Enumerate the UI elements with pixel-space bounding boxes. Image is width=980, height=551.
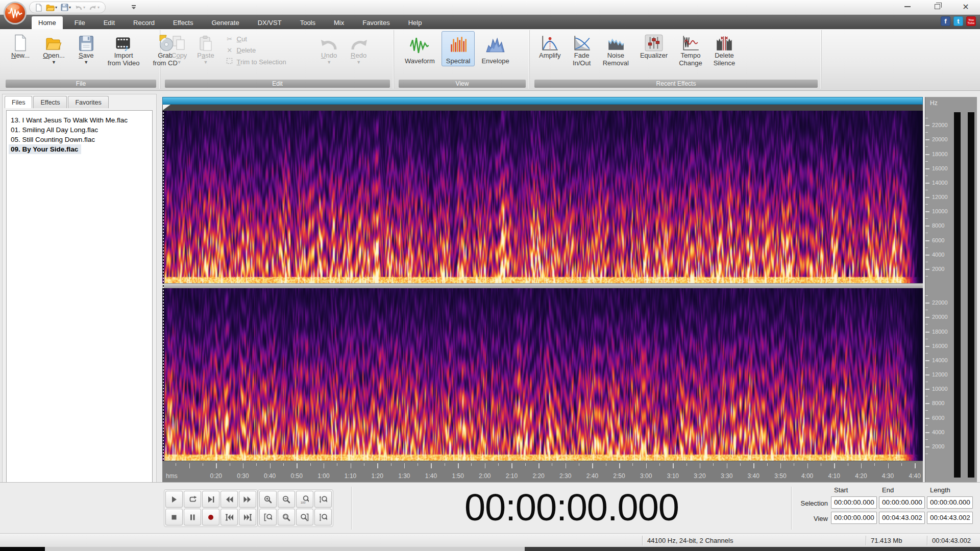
youtube-icon[interactable]: YouTube bbox=[966, 16, 976, 26]
stop-button[interactable] bbox=[165, 509, 183, 525]
selection-start-field[interactable]: 00:00:00.000 bbox=[831, 496, 877, 509]
copy-dropdown-icon[interactable]: ▼ bbox=[177, 60, 182, 65]
tab-favorites[interactable]: Favorites bbox=[356, 16, 396, 29]
tab-mix[interactable]: Mix bbox=[327, 16, 351, 29]
record-button[interactable] bbox=[202, 509, 219, 525]
view-start-field[interactable]: 00:00:00.000 bbox=[831, 512, 877, 524]
paste-button[interactable]: Paste ▼ bbox=[194, 31, 217, 66]
file-list[interactable]: 13. I Want Jesus To Walk With Me.flac 01… bbox=[6, 110, 153, 509]
file-list-item[interactable]: 05. Still Counting Down.flac bbox=[9, 135, 150, 144]
zoom-100-button[interactable]: 100 bbox=[296, 491, 313, 508]
undo-button[interactable]: ▾ bbox=[74, 4, 86, 12]
envelope-view-button[interactable]: Envelope bbox=[477, 31, 513, 66]
save-button[interactable]: ▾ bbox=[60, 3, 72, 12]
timeline-tick-label: 1:00 bbox=[317, 472, 329, 480]
tab-files[interactable]: Files bbox=[5, 96, 32, 108]
import-from-video-button[interactable]: ♪ Import from Video bbox=[105, 31, 143, 68]
tab-record[interactable]: Record bbox=[127, 16, 161, 29]
fast-forward-button[interactable] bbox=[239, 491, 256, 508]
redo-button[interactable]: ▾ bbox=[88, 4, 101, 12]
zoom-in-button[interactable] bbox=[259, 491, 277, 508]
frequency-tick bbox=[925, 240, 929, 241]
tab-edit[interactable]: Edit bbox=[97, 16, 121, 29]
new-document-button[interactable] bbox=[34, 3, 43, 12]
selection-length-field[interactable]: 00:00:00.000 bbox=[927, 496, 973, 509]
channel-divider[interactable] bbox=[162, 283, 923, 288]
waveform-view-button[interactable]: Waveform bbox=[400, 31, 439, 66]
amplify-button[interactable]: Amplify bbox=[536, 31, 564, 60]
frequency-tick bbox=[925, 190, 928, 190]
go-to-start-button[interactable] bbox=[220, 509, 238, 525]
tab-home[interactable]: Home bbox=[32, 16, 63, 29]
copy-button[interactable]: Copy ▼ bbox=[168, 31, 190, 66]
facebook-icon[interactable]: f bbox=[941, 16, 950, 26]
zoom-vertical-out-button[interactable] bbox=[314, 509, 332, 525]
tab-help[interactable]: Help bbox=[402, 16, 429, 29]
minimize-button[interactable] bbox=[896, 0, 919, 13]
zoom-selection-start-button[interactable] bbox=[259, 509, 277, 525]
delete-silence-button[interactable]: Delete Silence bbox=[710, 31, 739, 68]
new-file-button[interactable]: New... bbox=[8, 31, 33, 60]
selection-end-field[interactable]: 00:00:00.000 bbox=[879, 496, 925, 509]
twitter-icon[interactable]: t bbox=[953, 16, 963, 26]
zoom-selection-button[interactable] bbox=[278, 509, 295, 525]
open-dropdown-icon[interactable]: ▼ bbox=[52, 60, 56, 65]
open-button[interactable]: ▾ bbox=[45, 4, 58, 12]
zoom-selection-end-button[interactable] bbox=[296, 509, 313, 525]
fade-in-out-button[interactable]: Fade In/Out bbox=[569, 31, 595, 68]
undo-dropdown-icon[interactable]: ▼ bbox=[327, 60, 331, 65]
undo-button-large[interactable]: Undo ▼ bbox=[316, 31, 342, 66]
tab-tools[interactable]: Tools bbox=[293, 16, 322, 29]
view-end-field[interactable]: 00:04:43.002 bbox=[879, 512, 925, 524]
frequency-tick bbox=[925, 317, 929, 318]
file-list-item-selected[interactable]: 09. By Your Side.flac bbox=[9, 144, 81, 154]
noise-removal-button[interactable]: Noise Removal bbox=[600, 31, 632, 68]
trim-to-selection-button[interactable]: Trim to Selection bbox=[226, 58, 312, 66]
play-button[interactable] bbox=[165, 491, 183, 508]
redo-dropdown-icon[interactable]: ▾ bbox=[97, 6, 100, 10]
tab-dxvst[interactable]: DX/VST bbox=[251, 16, 288, 29]
save-dropdown-icon[interactable]: ▾ bbox=[69, 6, 71, 10]
play-to-end-button[interactable] bbox=[202, 491, 219, 508]
save-file-button[interactable]: Save ▼ bbox=[75, 31, 97, 66]
spectrogram-channel-2[interactable] bbox=[162, 288, 923, 461]
tab-panel-favorites[interactable]: Favorites bbox=[68, 96, 108, 108]
customize-quick-access-button[interactable] bbox=[130, 3, 137, 11]
pause-button[interactable] bbox=[184, 509, 201, 525]
panel-tabs: Files Effects Favorites bbox=[5, 96, 109, 108]
file-list-item[interactable]: 01. Smiling All Day Long.flac bbox=[9, 125, 150, 135]
marker-strip[interactable] bbox=[162, 105, 923, 111]
cut-button[interactable]: ✂ Cut bbox=[226, 35, 312, 43]
open-file-button[interactable]: Open... ▼ bbox=[40, 31, 68, 66]
redo-dropdown-icon[interactable]: ▼ bbox=[356, 60, 361, 65]
file-list-item[interactable]: 13. I Want Jesus To Walk With Me.flac bbox=[9, 115, 150, 125]
zoom-vertical-in-button[interactable] bbox=[314, 491, 332, 508]
go-to-end-button[interactable] bbox=[239, 509, 256, 525]
maximize-button[interactable] bbox=[926, 0, 948, 13]
loop-button[interactable] bbox=[184, 491, 201, 508]
view-length-field[interactable]: 00:04:43.002 bbox=[927, 512, 973, 524]
undo-dropdown-icon[interactable]: ▾ bbox=[83, 6, 85, 10]
app-logo[interactable] bbox=[3, 1, 27, 25]
tab-generate[interactable]: Generate bbox=[205, 16, 246, 29]
zoom-out-button[interactable] bbox=[278, 491, 295, 508]
timeline-tick-label: 3:20 bbox=[694, 472, 705, 480]
transport-area: 100 00:00:00.000 Start End Length Select… bbox=[0, 482, 980, 533]
spectrogram-channel-1[interactable] bbox=[162, 111, 923, 283]
tab-effects[interactable]: Effects bbox=[166, 16, 200, 29]
tab-file[interactable]: File bbox=[68, 16, 92, 29]
delete-button[interactable]: ✕ Delete bbox=[226, 46, 312, 54]
open-folder-icon bbox=[45, 32, 62, 52]
redo-button-large[interactable]: Redo ▼ bbox=[346, 31, 372, 66]
equalizer-button[interactable]: Equalizer bbox=[637, 31, 671, 60]
paste-dropdown-icon[interactable]: ▼ bbox=[204, 60, 208, 65]
close-button[interactable]: ✕ bbox=[954, 0, 977, 13]
save-dropdown-icon[interactable]: ▼ bbox=[84, 60, 88, 65]
wave-hscrollbar[interactable] bbox=[162, 97, 923, 105]
time-ruler[interactable]: 0:200:300:400:501:001:101:201:301:401:50… bbox=[162, 461, 923, 482]
open-dropdown-icon[interactable]: ▾ bbox=[55, 6, 57, 10]
spectral-view-button[interactable]: Spectral bbox=[442, 31, 475, 66]
tempo-change-button[interactable]: Tempo Change bbox=[676, 31, 705, 68]
rewind-button[interactable] bbox=[220, 491, 238, 508]
tab-panel-effects[interactable]: Effects bbox=[33, 96, 67, 108]
